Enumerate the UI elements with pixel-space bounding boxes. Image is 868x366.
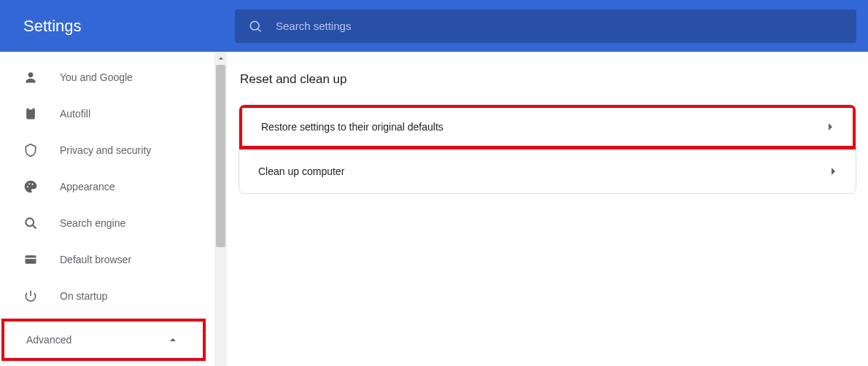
person-icon <box>22 70 39 85</box>
sidebar-item-on-startup[interactable]: On startup <box>0 278 214 314</box>
sidebar-item-autofill[interactable]: Autofill <box>0 96 214 132</box>
sidebar-item-label: Default browser <box>60 254 131 265</box>
svg-point-3 <box>27 186 28 187</box>
sidebar: You and Google Autofill Privacy and secu… <box>0 52 214 366</box>
palette-icon <box>22 179 39 194</box>
chevron-up-icon <box>169 334 177 346</box>
row-clean-up-computer[interactable]: Clean up computer <box>239 149 856 193</box>
sidebar-item-appearance[interactable]: Appearance <box>0 168 214 205</box>
sidebar-item-label: Appearance <box>60 181 115 192</box>
sidebar-scrollbar[interactable] <box>214 52 227 366</box>
sidebar-item-default-browser[interactable]: Default browser <box>0 241 214 278</box>
highlight-advanced: Advanced <box>1 319 206 361</box>
scrollbar-thumb[interactable] <box>216 65 225 247</box>
sidebar-item-you-and-google[interactable]: You and Google <box>0 59 214 96</box>
scroll-up-icon[interactable] <box>214 52 227 64</box>
svg-point-2 <box>28 72 34 77</box>
sidebar-advanced-label: Advanced <box>26 334 71 346</box>
svg-point-0 <box>250 21 259 30</box>
sidebar-item-label: On startup <box>60 290 107 302</box>
sidebar-item-label: Search engine <box>60 217 125 229</box>
header: Settings <box>0 0 868 52</box>
sidebar-item-label: You and Google <box>60 71 133 83</box>
chevron-right-icon <box>831 167 837 176</box>
highlight-restore: Restore settings to their original defau… <box>239 104 856 149</box>
svg-point-4 <box>28 183 30 184</box>
content: Reset and clean up Restore settings to t… <box>227 52 868 366</box>
row-label: Clean up computer <box>258 166 344 177</box>
power-icon <box>22 289 39 303</box>
row-label: Restore settings to their original defau… <box>261 121 443 133</box>
shield-icon <box>22 143 39 157</box>
svg-line-7 <box>33 225 36 229</box>
sidebar-item-label: Autofill <box>60 108 90 120</box>
search-icon <box>22 216 39 230</box>
settings-card: Restore settings to their original defau… <box>239 104 856 194</box>
row-restore-settings[interactable]: Restore settings to their original defau… <box>242 108 853 146</box>
svg-line-1 <box>258 28 261 31</box>
page-title: Settings <box>0 17 235 36</box>
search-box[interactable] <box>235 9 856 43</box>
browser-icon <box>22 252 39 267</box>
svg-point-6 <box>26 218 34 226</box>
search-icon <box>248 19 263 34</box>
sidebar-item-privacy[interactable]: Privacy and security <box>0 132 214 168</box>
search-input[interactable] <box>276 20 843 32</box>
section-title: Reset and clean up <box>239 72 856 87</box>
sidebar-item-label: Privacy and security <box>60 144 151 156</box>
sidebar-advanced-toggle[interactable]: Advanced <box>4 322 203 358</box>
chevron-right-icon <box>828 122 834 131</box>
svg-point-5 <box>31 184 33 185</box>
sidebar-item-search-engine[interactable]: Search engine <box>0 205 214 241</box>
clipboard-icon <box>22 106 39 121</box>
